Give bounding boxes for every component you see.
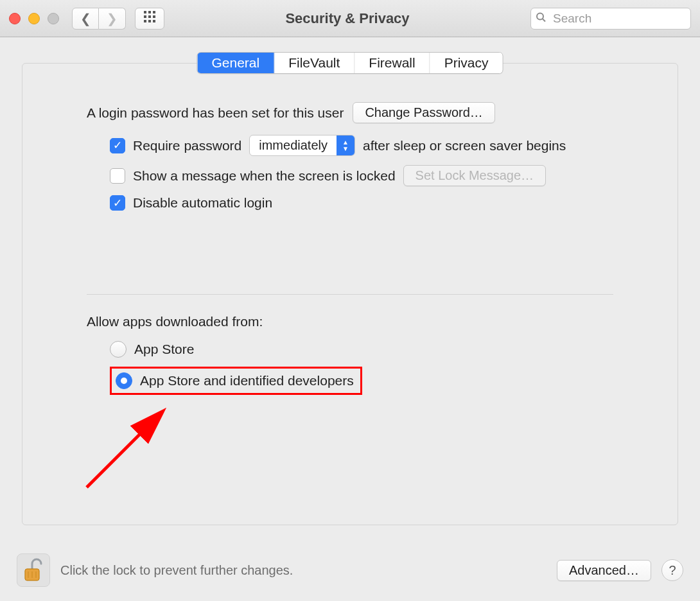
radio-identified-developers[interactable] bbox=[116, 372, 132, 389]
annotation-highlight-box: App Store and identified developers bbox=[110, 367, 362, 395]
disable-auto-login-checkbox[interactable]: ✓ bbox=[110, 195, 125, 211]
window-title: Security & Privacy bbox=[173, 10, 521, 27]
require-password-checkbox[interactable]: ✓ bbox=[110, 138, 125, 153]
back-button[interactable]: ❮ bbox=[72, 8, 99, 30]
settings-panel: General FileVault Firewall Privacy A log… bbox=[22, 63, 678, 525]
footer-bar: Click the lock to prevent further change… bbox=[0, 544, 700, 601]
svg-rect-1 bbox=[148, 11, 151, 13]
require-password-row: ✓ Require password immediately ▲▼ after … bbox=[110, 135, 613, 156]
chevron-right-icon: ❯ bbox=[107, 11, 118, 26]
require-password-suffix: after sleep or screen saver begins bbox=[363, 138, 566, 153]
allow-apps-label: Allow apps downloaded from: bbox=[87, 314, 613, 329]
login-password-text: A login password has been set for this u… bbox=[87, 105, 344, 121]
svg-rect-7 bbox=[148, 20, 151, 22]
disable-auto-login-label: Disable automatic login bbox=[133, 195, 272, 211]
radio-row-identified-developers: App Store and identified developers bbox=[110, 367, 613, 395]
svg-rect-5 bbox=[153, 15, 155, 18]
show-message-row: Show a message when the screen is locked… bbox=[110, 165, 613, 186]
set-lock-message-button[interactable]: Set Lock Message… bbox=[403, 165, 547, 186]
advanced-button[interactable]: Advanced… bbox=[557, 560, 651, 581]
grid-icon bbox=[143, 10, 156, 26]
radio-identified-developers-label: App Store and identified developers bbox=[140, 373, 354, 388]
chevron-left-icon: ❮ bbox=[80, 11, 91, 26]
panel-body: A login password has been set for this u… bbox=[22, 64, 678, 395]
radio-app-store-label: App Store bbox=[134, 342, 194, 357]
svg-rect-3 bbox=[144, 15, 146, 18]
svg-rect-4 bbox=[148, 15, 151, 18]
unlocked-padlock-icon bbox=[22, 557, 44, 583]
forward-button[interactable]: ❯ bbox=[99, 8, 126, 30]
lock-hint-text: Click the lock to prevent further change… bbox=[60, 563, 547, 578]
svg-rect-8 bbox=[153, 20, 155, 22]
disable-auto-login-row: ✓ Disable automatic login bbox=[110, 195, 613, 211]
search-input[interactable] bbox=[530, 8, 691, 30]
checkmark-icon: ✓ bbox=[113, 139, 122, 152]
svg-rect-6 bbox=[144, 20, 146, 22]
show-all-button[interactable] bbox=[135, 8, 164, 30]
tab-general[interactable]: General bbox=[197, 53, 274, 73]
annotation-arrow-icon bbox=[80, 404, 183, 494]
window-toolbar: ❮ ❯ Security & Privacy bbox=[0, 0, 700, 37]
search-field-wrap bbox=[530, 8, 691, 30]
tab-bar: General FileVault Firewall Privacy bbox=[197, 52, 503, 74]
nav-buttons: ❮ ❯ bbox=[72, 8, 126, 30]
svg-rect-0 bbox=[144, 11, 146, 13]
zoom-window-button[interactable] bbox=[48, 13, 59, 24]
show-message-label: Show a message when the screen is locked bbox=[133, 168, 396, 184]
radio-row-app-store: App Store bbox=[110, 341, 613, 358]
checkmark-icon: ✓ bbox=[113, 196, 122, 210]
select-stepper-icon: ▲▼ bbox=[337, 135, 354, 155]
main-stage: General FileVault Firewall Privacy A log… bbox=[0, 37, 700, 538]
svg-line-12 bbox=[87, 417, 157, 487]
login-password-row: A login password has been set for this u… bbox=[87, 102, 613, 123]
minimize-window-button[interactable] bbox=[28, 13, 40, 24]
show-message-checkbox[interactable] bbox=[110, 168, 125, 184]
radio-app-store[interactable] bbox=[110, 341, 127, 358]
tab-firewall[interactable]: Firewall bbox=[354, 53, 430, 73]
help-icon: ? bbox=[669, 563, 676, 578]
change-password-button[interactable]: Change Password… bbox=[353, 102, 494, 123]
lock-button[interactable] bbox=[17, 553, 50, 587]
tab-filevault[interactable]: FileVault bbox=[274, 53, 354, 73]
section-divider bbox=[87, 294, 613, 295]
help-button[interactable]: ? bbox=[661, 559, 683, 581]
require-password-delay-select[interactable]: immediately ▲▼ bbox=[249, 135, 355, 156]
tab-privacy[interactable]: Privacy bbox=[430, 53, 503, 73]
select-value: immediately bbox=[250, 135, 337, 155]
svg-rect-2 bbox=[153, 11, 155, 13]
require-password-label: Require password bbox=[133, 138, 241, 153]
close-window-button[interactable] bbox=[9, 13, 21, 24]
window-controls bbox=[9, 13, 59, 24]
